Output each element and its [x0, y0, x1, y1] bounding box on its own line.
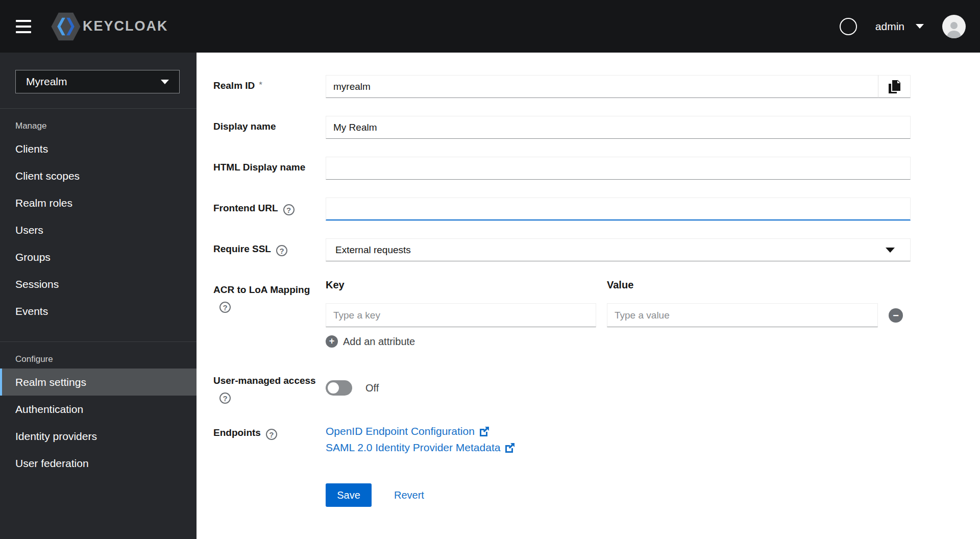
- help-icon[interactable]: [219, 393, 231, 404]
- html-display-name-label: HTML Display name: [213, 162, 305, 173]
- display-name-label: Display name: [213, 121, 276, 132]
- help-icon[interactable]: [276, 245, 287, 256]
- saml-metadata-link[interactable]: SAML 2.0 Identity Provider Metadata: [326, 442, 515, 454]
- external-link-icon: [505, 443, 515, 453]
- remove-attribute-button[interactable]: [889, 308, 903, 323]
- openid-endpoint-configuration-label: OpenID Endpoint Configuration: [326, 425, 475, 437]
- endpoints-row: Endpoints OpenID Endpoint Configuration …: [213, 424, 980, 454]
- revert-button[interactable]: Revert: [394, 489, 424, 501]
- user-managed-access-row: User-managed access Off: [213, 370, 980, 404]
- keycloak-logo: KEYCLOAK: [50, 10, 168, 43]
- value-input[interactable]: [607, 303, 878, 327]
- acr-loa-mapping-label: ACR to LoA Mapping: [213, 284, 310, 295]
- keycloak-logo-icon: [50, 10, 82, 43]
- sidebar-item-events[interactable]: Events: [0, 298, 197, 325]
- key-input[interactable]: [326, 303, 596, 327]
- sidebar-item-client-scopes[interactable]: Client scopes: [0, 162, 197, 189]
- nav-section-configure: Configure: [15, 354, 197, 364]
- sidebar-item-user-federation[interactable]: User federation: [0, 450, 197, 477]
- required-indicator: *: [259, 80, 262, 90]
- frontend-url-row: Frontend URL: [213, 198, 980, 220]
- sidebar-item-identity-providers[interactable]: Identity providers: [0, 423, 197, 450]
- toggle-state-label: Off: [365, 382, 379, 394]
- help-icon[interactable]: [840, 18, 857, 35]
- sidebar-item-groups[interactable]: Groups: [0, 243, 197, 271]
- sidebar-item-authentication[interactable]: Authentication: [0, 396, 197, 423]
- help-icon[interactable]: [283, 204, 295, 215]
- avatar[interactable]: [942, 15, 966, 38]
- display-name-input[interactable]: [326, 116, 911, 139]
- acr-loa-mapping-row: ACR to LoA Mapping Key Value Add an attr…: [213, 279, 980, 348]
- openid-endpoint-configuration-link[interactable]: OpenID Endpoint Configuration: [326, 425, 489, 437]
- acr-loa-mapping-editor: Key Value Add an attribute: [326, 279, 911, 348]
- frontend-url-input[interactable]: [326, 198, 911, 220]
- copy-button[interactable]: [878, 75, 911, 98]
- require-ssl-selected-value: External requests: [335, 244, 886, 256]
- chevron-down-icon: [886, 248, 895, 253]
- form-actions: Save Revert: [326, 483, 980, 507]
- chevron-down-icon: [161, 80, 169, 84]
- html-display-name-row: HTML Display name: [213, 157, 980, 180]
- hamburger-icon: [16, 20, 31, 22]
- user-managed-access-toggle[interactable]: [326, 380, 352, 396]
- sidebar-item-realm-settings[interactable]: Realm settings: [0, 369, 197, 396]
- add-attribute-label: Add an attribute: [343, 336, 415, 348]
- external-link-icon: [479, 426, 489, 436]
- brand-wordmark: KEYCLOAK: [83, 18, 168, 34]
- sidebar: Myrealm Manage Clients Client scopes Rea…: [0, 53, 197, 539]
- realm-settings-general-form: Realm ID* Display name HTML Display name: [197, 53, 980, 539]
- save-button[interactable]: Save: [326, 483, 372, 507]
- require-ssl-row: Require SSL External requests: [213, 238, 980, 261]
- realm-id-label: Realm ID: [213, 80, 255, 91]
- toggle-knob: [328, 382, 339, 394]
- html-display-name-input[interactable]: [326, 157, 911, 180]
- plus-circle-icon: [326, 335, 338, 348]
- display-name-row: Display name: [213, 116, 980, 139]
- masthead: KEYCLOAK admin: [0, 0, 980, 53]
- nav-section-manage: Manage: [15, 121, 197, 131]
- require-ssl-select[interactable]: External requests: [326, 238, 911, 261]
- endpoints-label: Endpoints: [213, 427, 261, 438]
- sidebar-item-clients[interactable]: Clients: [0, 135, 197, 162]
- sidebar-divider: [0, 341, 197, 342]
- chevron-down-icon: [916, 24, 924, 29]
- sidebar-item-sessions[interactable]: Sessions: [0, 271, 197, 298]
- saml-metadata-label: SAML 2.0 Identity Provider Metadata: [326, 442, 500, 454]
- sidebar-divider: [0, 108, 197, 109]
- current-realm-label: Myrealm: [26, 76, 161, 88]
- copy-icon: [888, 80, 901, 94]
- value-column-header: Value: [607, 279, 878, 291]
- user-managed-access-label: User-managed access: [213, 375, 316, 386]
- frontend-url-label: Frontend URL: [213, 203, 278, 213]
- person-icon: [945, 20, 963, 38]
- username-label: admin: [875, 20, 904, 33]
- key-column-header: Key: [326, 279, 596, 291]
- realm-id-row: Realm ID*: [213, 75, 980, 98]
- add-attribute-button[interactable]: Add an attribute: [326, 335, 415, 348]
- realm-selector-dropdown[interactable]: Myrealm: [15, 70, 180, 93]
- user-menu-dropdown[interactable]: admin: [875, 20, 924, 33]
- require-ssl-label: Require SSL: [213, 243, 271, 254]
- help-icon[interactable]: [219, 302, 231, 313]
- realm-id-input[interactable]: [326, 75, 878, 98]
- sidebar-item-realm-roles[interactable]: Realm roles: [0, 189, 197, 216]
- help-icon[interactable]: [266, 429, 277, 440]
- sidebar-item-users[interactable]: Users: [0, 216, 197, 243]
- global-nav-toggle-button[interactable]: [8, 11, 39, 42]
